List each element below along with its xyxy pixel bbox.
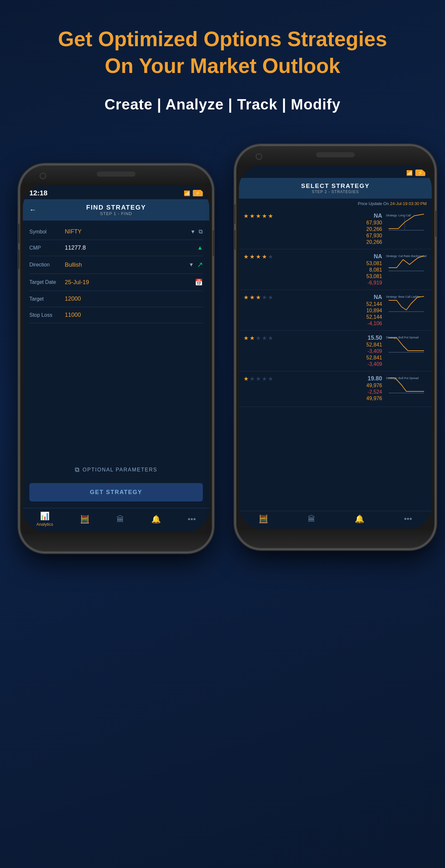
header-line1: Get Optimized Options Strategies bbox=[0, 26, 445, 53]
bank-icon: 🏛 bbox=[116, 515, 124, 524]
cmp-trend-icon: ▲ bbox=[197, 244, 203, 251]
power-button-right[interactable] bbox=[435, 211, 437, 237]
status-icons-right: 📶 ⚡ bbox=[406, 169, 425, 176]
camera-left bbox=[40, 173, 46, 179]
phones-container: 12:18 📶 ⚡ ← FIND STRATEGY STEP 1 - FIND bbox=[0, 139, 445, 817]
select-strategy-header: SELECT STRATEGY STEP 2 - STRATEGIES bbox=[239, 178, 432, 198]
back-button[interactable]: ← bbox=[29, 206, 36, 214]
target-field[interactable]: Target 12000 bbox=[29, 291, 203, 307]
speaker-right bbox=[316, 152, 355, 157]
price-update-date: 24-Jul-19 03:30 PM bbox=[390, 201, 426, 206]
nav-analytics[interactable]: 📊 Analytics bbox=[36, 512, 53, 527]
strategy-row-5[interactable]: ★ ★ ★ ★ ★ 19.80 49,976 -2,524 49,976 bbox=[239, 371, 432, 407]
symbol-label: Symbol bbox=[29, 229, 65, 235]
header: Get Optimized Options Strategies On Your… bbox=[0, 0, 445, 126]
cmp-field: CMP 11277.8 ▲ bbox=[29, 240, 203, 256]
strategy-row-1[interactable]: ★ ★ ★ ★ ★ NA 67,930 20,266 67,930 bbox=[239, 209, 432, 249]
vol-down-right[interactable] bbox=[234, 230, 235, 250]
power-button[interactable] bbox=[213, 230, 214, 256]
status-icons-left: 📶 ⚡ bbox=[184, 190, 203, 196]
star-3-3: ★ bbox=[256, 294, 261, 301]
stop-loss-value: 11000 bbox=[65, 312, 203, 318]
nav-bell[interactable]: 🔔 bbox=[151, 515, 161, 524]
strategy-left-1: ★ ★ ★ ★ ★ bbox=[243, 213, 318, 221]
star-3-5: ★ bbox=[268, 294, 273, 301]
wifi-icon-right: 📶 bbox=[406, 170, 413, 176]
strategy-right-2: NA 53,081 8,081 53,081 -6,919 bbox=[318, 253, 382, 286]
status-bar-right: 📶 ⚡ bbox=[239, 166, 432, 178]
nav-more[interactable]: ••• bbox=[188, 515, 196, 524]
battery-icon-right: ⚡ bbox=[415, 169, 425, 176]
vol-down-button[interactable] bbox=[18, 250, 19, 269]
star-2-2: ★ bbox=[249, 253, 255, 260]
screen-right-content: 📶 ⚡ SELECT STRATEGY STEP 2 - STRATEGIES … bbox=[239, 166, 432, 529]
chart-5: Strategy: Bull Put Spread bbox=[385, 375, 427, 395]
more-icon: ••• bbox=[188, 515, 196, 524]
symbol-dropdown-icon: ▼ bbox=[190, 229, 196, 235]
strategy-left-3: ★ ★ ★ ★ ★ bbox=[243, 294, 318, 303]
strategy-5-v2: -2,524 bbox=[368, 389, 382, 395]
direction-value: Bullish bbox=[65, 261, 186, 268]
strategy-row-4[interactable]: ★ ★ ★ ★ ★ 15.50 52,841 -3,409 52,841 bbox=[239, 331, 432, 371]
strategy-3-na: NA bbox=[374, 294, 382, 301]
header-highlight: Optimized Options Strategies bbox=[98, 27, 387, 51]
stop-loss-label: Stop Loss bbox=[29, 312, 65, 318]
star-4-1: ★ bbox=[243, 335, 249, 342]
symbol-value: NIFTY bbox=[65, 228, 188, 235]
direction-field[interactable]: Direction Bullish ▼ ↗ bbox=[29, 256, 203, 274]
star-1-4: ★ bbox=[262, 213, 267, 220]
get-strategy-button[interactable]: GET STRATEGY bbox=[29, 483, 203, 501]
nav-more-right[interactable]: ••• bbox=[404, 515, 412, 523]
star-1-1: ★ bbox=[243, 213, 249, 220]
strategy-row-3[interactable]: ★ ★ ★ ★ ★ NA 52,144 10,894 52,144 bbox=[239, 290, 432, 331]
star-3-1: ★ bbox=[243, 294, 249, 301]
price-update-bar: Price Update On 24-Jul-19 03:30 PM bbox=[239, 198, 432, 209]
chart-4: Strategy: Bull Put Spread bbox=[385, 335, 427, 354]
header-line2-highlight: Market Outlook bbox=[190, 54, 340, 78]
strategy-2-na: NA bbox=[374, 253, 382, 260]
vol-up-button[interactable] bbox=[18, 224, 19, 243]
svg-text:Strategy: Long Call: Strategy: Long Call bbox=[386, 214, 411, 217]
strategy-row-2[interactable]: ★ ★ ★ ★ ★ NA 53,081 8,081 53,081 bbox=[239, 249, 432, 290]
strategy-4-v3: 52,841 bbox=[366, 355, 382, 361]
target-value: 12000 bbox=[65, 296, 203, 302]
analytics-icon: 📊 bbox=[40, 512, 50, 521]
stop-loss-field[interactable]: Stop Loss 11000 bbox=[29, 307, 203, 323]
vol-up-right[interactable] bbox=[234, 205, 235, 224]
star-4-3: ★ bbox=[256, 335, 261, 342]
symbol-field[interactable]: Symbol NIFTY ▼ ⧉ bbox=[29, 224, 203, 240]
star-2-1: ★ bbox=[243, 253, 249, 260]
nav-bank[interactable]: 🏛 bbox=[116, 515, 124, 524]
chart-2: Strategy: Cal Ratio Backspread bbox=[385, 253, 427, 273]
nav-bell-right[interactable]: 🔔 bbox=[355, 515, 365, 523]
direction-label: Direction bbox=[29, 262, 65, 268]
star-2-3: ★ bbox=[256, 253, 261, 260]
nav-calculator[interactable]: 🧮 bbox=[80, 515, 90, 524]
star-2-4: ★ bbox=[262, 253, 267, 260]
price-update-prefix: Price Update On bbox=[358, 201, 390, 206]
strategy-3-v4: -4,106 bbox=[368, 321, 382, 327]
strategy-4-v2: -3,409 bbox=[368, 348, 382, 354]
strategy-4-v4: -3,409 bbox=[368, 361, 382, 367]
header-line2-prefix: On Your bbox=[105, 54, 190, 78]
star-5-3: ★ bbox=[256, 375, 261, 382]
star-4-2: ★ bbox=[249, 335, 255, 342]
app-header-title: FIND STRATEGY bbox=[29, 204, 203, 211]
bottom-nav-right: 🧮 🏛 🔔 ••• bbox=[239, 511, 432, 529]
strategy-2-v3: 53,081 bbox=[366, 274, 382, 279]
nav-bank-right[interactable]: 🏛 bbox=[308, 515, 315, 523]
strategy-4-v1: 52,841 bbox=[366, 342, 382, 348]
star-1-2: ★ bbox=[249, 213, 255, 220]
strategy-5-na: 19.80 bbox=[368, 375, 382, 382]
optional-params[interactable]: ⧉ OPTIONAL PARAMETERS bbox=[23, 460, 209, 480]
stars-2: ★ ★ ★ ★ ★ bbox=[243, 253, 318, 260]
strategy-1-na: NA bbox=[374, 213, 382, 219]
symbol-copy-icon: ⧉ bbox=[199, 228, 203, 235]
cmp-value: 11277.8 bbox=[65, 244, 195, 251]
strategy-3-v3: 52,144 bbox=[366, 314, 382, 320]
target-date-field[interactable]: Target Date 25-Jul-19 📅 bbox=[29, 274, 203, 291]
chart-1: Strategy: Long Call bbox=[385, 213, 427, 232]
nav-calc-right[interactable]: 🧮 bbox=[259, 515, 268, 523]
star-5-2: ★ bbox=[249, 375, 255, 382]
strategy-2-v1: 53,081 bbox=[366, 260, 382, 267]
